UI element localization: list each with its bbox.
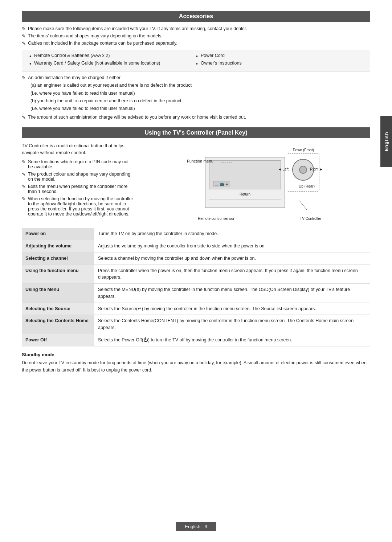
bullet-item-1: • Remote Control & Batteries (AAA x 2) [29,53,196,59]
accessories-section: Accessories Please make sure the followi… [22,11,370,120]
page: English Accessories Please make sure the… [0,0,392,542]
admin-footer-line: The amount of such administration charge… [22,115,370,120]
bullet-dot-1: • [29,53,31,59]
accessories-note-1: Please make sure the following items are… [22,26,370,32]
panel-note-text-3: Exits the menu when pressing the control… [28,184,134,194]
table-desc-cell: Adjusts the volume by moving the control… [94,240,370,252]
accessories-note-3: Cables not included in the package conte… [22,41,370,46]
source-icon: ⇐ [225,182,228,186]
function-menu-line [221,162,232,163]
note-icon-p2 [22,172,26,177]
admin-footer-text: The amount of such administration charge… [28,115,246,120]
function-menu-label: Function menu [187,159,213,163]
tv-divider [209,198,281,198]
panel-note-text-4: When selecting the function by moving th… [28,196,134,217]
admin-note-line: An administration fee may be charged if … [22,75,370,81]
table-row: Selecting the SourceSelects the Source(↩… [22,303,370,315]
table-row: Adjusting the volumeAdjusts the volume b… [22,240,370,252]
left-label: ◄ Left [278,167,289,171]
bullet-dot-2: • [29,61,31,67]
standby-text: Do not leave your TV in standby mode for… [22,359,370,374]
table-desc-cell: Selects a channel by moving the controll… [94,252,370,264]
panel-intro: TV Controller is a multi directional but… [22,143,134,156]
panel-note-4: When selecting the function by moving th… [22,196,134,217]
table-key-cell: Selecting the Source [22,303,94,315]
accessories-note-text-3: Cables not included in the package conte… [28,41,177,46]
table-desc-cell: Press the controller when the power is o… [94,264,370,284]
bullet-text-1: Remote Control & Batteries (AAA x 2) [34,53,110,58]
function-menu-icons: ☰ 📺 ⇐ [213,181,230,187]
table-key-cell: Power Off [22,334,94,346]
admin-block: An administration fee may be charged if … [22,75,370,120]
bullet-dot-4: • [196,61,198,67]
remote-sensor-label: Remote control sensor — [198,217,240,221]
tv-controller-label: TV Controller [300,217,321,221]
controller-inner [299,166,307,174]
table-key-cell: Selecting a channel [22,252,94,264]
panel-note-2: The product colour and shape may vary de… [22,172,134,182]
table-row: Using the MenuSelects the MENU(≡) by mov… [22,284,370,303]
bullet-item-2: • Warranty Card / Safety Guide (Not avai… [29,61,196,67]
diagram: ☰ 📺 ⇐ Return Function menu [187,146,325,222]
bullet-item-3: • Power Cord [196,53,363,59]
accessories-bullet-box: • Remote Control & Batteries (AAA x 2) •… [22,50,370,71]
accessories-note-text-2: The items' colours and shapes may vary d… [28,33,163,38]
tv-controller-line [289,201,310,212]
table-desc-cell: Selects the Contents Home(CONTENT) by mo… [94,315,370,334]
note-icon-p3 [22,184,26,189]
note-icon-1 [22,26,26,32]
table-key-cell: Power on [22,228,94,240]
right-label: Right ► [310,167,323,171]
bullet-text-4: Owner's Instructions [201,61,242,66]
accessories-note-text-1: Please make sure the following items are… [28,26,247,31]
page-number: English - 3 [176,522,216,531]
panel-note-text-2: The product colour and shape may vary de… [28,172,134,182]
bullet-text-2: Warranty Card / Safety Guide (Not availa… [34,61,160,66]
panel-note-3: Exits the menu when pressing the control… [22,184,134,194]
note-icon-p4 [22,196,26,202]
bullet-col-2: • Power Cord • Owner's Instructions [196,53,363,68]
bullet-col-1: • Remote Control & Batteries (AAA x 2) •… [29,53,196,68]
tv-divider2 [209,200,281,200]
accessories-note-2: The items' colours and shapes may vary d… [22,33,370,39]
table-desc-cell: Selects the MENU(≡) by moving the contro… [94,284,370,303]
table-row: Selecting a channelSelects a channel by … [22,252,370,264]
note-icon-p1 [22,159,26,165]
bullet-text-3: Power Cord [201,53,225,58]
admin-note-text: An administration fee may be charged if … [28,75,121,80]
down-front-label: Down (Front) [293,148,314,152]
standby-section: Standby mode Do not leave your TV in sta… [22,352,370,374]
table-key-cell: Using the function menu [22,264,94,284]
page-footer: English - 3 [0,522,392,531]
return-label: Return [205,192,285,196]
note-icon-3 [22,41,26,46]
side-tab: English [380,116,392,167]
panel-left: TV Controller is a multi directional but… [22,143,134,222]
table-row: Power OffSelects the Power Off(⏻) to tur… [22,334,370,346]
admin-line-1: (a) an engineer is called out at your re… [30,82,370,89]
table-row: Using the function menuPress the control… [22,264,370,284]
table-key-cell: Using the Menu [22,284,94,303]
table-desc-cell: Selects the Power Off(⏻) to turn the TV … [94,334,370,346]
accessories-header: Accessories [22,11,370,22]
table-desc-cell: Turns the TV on by pressing the controll… [94,228,370,240]
tv-icon: 📺 [220,182,224,186]
function-table: Power onTurns the TV on by pressing the … [22,228,370,346]
panel-note-1: Some functions which require a PIN code … [22,159,134,169]
panel-key-header: Using the TV's Controller (Panel Key) [22,127,370,138]
note-icon-2 [22,33,26,39]
up-rear-label: Up (Rear) [299,184,315,188]
panel-content: TV Controller is a multi directional but… [22,143,370,222]
note-icon-admin-footer [22,115,26,120]
panel-section: Using the TV's Controller (Panel Key) TV… [22,127,370,373]
bullet-dot-3: • [196,53,198,59]
note-icon-admin [22,75,26,81]
table-row: Selecting the Contents HomeSelects the C… [22,315,370,334]
table-key-cell: Selecting the Contents Home [22,315,94,334]
admin-line-4: (i.e. where you have failed to read this… [30,105,370,112]
tv-body: ☰ 📺 ⇐ Return [205,157,285,208]
side-tab-label: English [384,132,389,151]
table-key-cell: Adjusting the volume [22,240,94,252]
svg-line-1 [299,201,307,210]
panel-note-text-1: Some functions which require a PIN code … [28,159,134,169]
